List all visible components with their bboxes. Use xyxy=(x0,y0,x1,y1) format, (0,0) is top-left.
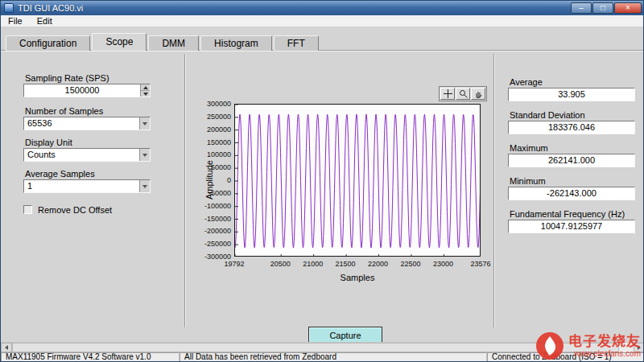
scrollbar-thumb[interactable] xyxy=(12,343,619,352)
watermark-name: 电子发烧友 xyxy=(568,335,641,349)
sampling-rate-input: 1500000 xyxy=(23,84,151,97)
watermark-url: www.elecfans.com xyxy=(568,349,641,358)
y-tick-label: -250000 xyxy=(197,240,231,248)
number-of-samples-dropdown[interactable]: 65536 xyxy=(23,117,151,130)
display-unit-label: Display Unit xyxy=(25,138,72,147)
menu-edit[interactable]: Edit xyxy=(30,15,60,27)
minimum-stat-value: -262143.000 xyxy=(508,187,635,200)
y-tick-label: -50000 xyxy=(197,189,231,197)
app-icon xyxy=(4,3,14,13)
y-tick-label: 200000 xyxy=(197,125,231,134)
y-tick-label: 0 xyxy=(197,176,231,184)
spinner-down-icon[interactable] xyxy=(141,91,150,97)
separator-left xyxy=(184,54,186,327)
average-stat-value: 33.905 xyxy=(508,88,635,101)
y-tick-label: 150000 xyxy=(197,138,231,146)
std-dev-stat-label: Standard Deviation xyxy=(510,110,585,120)
chevron-down-icon[interactable] xyxy=(139,149,150,161)
menu-file[interactable]: File xyxy=(1,15,30,27)
zoom-icon[interactable] xyxy=(456,88,470,100)
sampling-rate-spinner xyxy=(140,84,150,97)
sampling-rate-value[interactable]: 1500000 xyxy=(24,84,140,97)
graph-palette xyxy=(439,86,487,101)
tab-histogram[interactable]: Histogram xyxy=(200,35,272,51)
minimize-button[interactable]: – xyxy=(571,2,592,14)
average-samples-label: Average Samples xyxy=(25,169,95,179)
fundamental-frequency-label: Fundamental Frequency (Hz) xyxy=(510,209,625,219)
sampling-rate-label: Sampling Rate (SPS) xyxy=(25,73,109,83)
tab-dmm[interactable]: DMM xyxy=(148,35,199,51)
x-tick-label: 23576 xyxy=(460,260,502,268)
y-tick-label: 100000 xyxy=(197,150,231,158)
chevron-down-icon[interactable] xyxy=(139,180,150,192)
watermark: 电子发烧友 www.elecfans.com xyxy=(535,331,641,360)
plot-area[interactable] xyxy=(234,104,481,257)
display-unit-value: Counts xyxy=(24,149,139,161)
tab-strip: Configuration Scope DMM Histogram FFT xyxy=(6,33,320,51)
y-tick-label: 300000 xyxy=(197,100,231,108)
average-stat-label: Average xyxy=(510,77,543,87)
y-tick-label: -200000 xyxy=(197,227,231,235)
remove-dc-offset-label: Remove DC Offset xyxy=(38,205,112,215)
scroll-left-icon[interactable] xyxy=(1,343,12,352)
y-tick-label: -150000 xyxy=(197,215,231,223)
y-tick-label: 250000 xyxy=(197,113,231,121)
chevron-down-icon[interactable] xyxy=(139,117,150,130)
maximize-button[interactable]: □ xyxy=(592,2,613,14)
maximum-stat-value: 262141.000 xyxy=(508,154,635,167)
fundamental-frequency-value: 10047.9125977 xyxy=(508,220,635,233)
average-samples-value: 1 xyxy=(24,180,139,192)
menu-bar: File Edit xyxy=(1,15,644,27)
number-of-samples-value: 65536 xyxy=(24,117,139,130)
window-title: TDI GUI AC90.vi xyxy=(18,3,83,13)
x-tick-label: 19792 xyxy=(213,260,255,268)
maximum-stat-label: Maximum xyxy=(510,143,548,153)
status-firmware: MAX11905 Firmware V4.2 Software v1.0 xyxy=(1,352,180,362)
spinner-up-icon[interactable] xyxy=(141,84,150,91)
close-button[interactable]: × xyxy=(614,2,642,14)
pan-hand-icon[interactable] xyxy=(471,88,485,100)
remove-dc-offset-checkbox[interactable] xyxy=(23,205,32,214)
status-data: All Data has been retrieved from Zedboar… xyxy=(180,352,487,362)
std-dev-stat-value: 183376.046 xyxy=(508,121,635,134)
average-samples-dropdown[interactable]: 1 xyxy=(23,179,151,193)
y-tick-label: 50000 xyxy=(197,163,231,171)
number-of-samples-label: Number of Samples xyxy=(25,106,103,116)
y-tick-label: -100000 xyxy=(197,202,231,210)
app-window: TDI GUI AC90.vi – □ × File Edit Configur… xyxy=(0,0,644,362)
x-axis-label: Samples xyxy=(234,273,481,282)
title-bar: TDI GUI AC90.vi – □ × xyxy=(1,1,644,15)
scope-chart: Amplitude Samples 3000002500002000001500… xyxy=(191,81,497,286)
minimum-stat-label: Minimum xyxy=(510,176,546,186)
display-unit-dropdown[interactable]: Counts xyxy=(23,148,151,162)
cursor-crosshair-icon[interactable] xyxy=(440,88,455,100)
tab-scope[interactable]: Scope xyxy=(92,33,147,51)
x-tick-label: 23000 xyxy=(422,260,464,268)
watermark-logo-icon xyxy=(535,331,564,360)
tab-configuration[interactable]: Configuration xyxy=(6,35,90,51)
tab-fft[interactable]: FFT xyxy=(274,35,319,51)
waveform-line xyxy=(235,114,481,248)
